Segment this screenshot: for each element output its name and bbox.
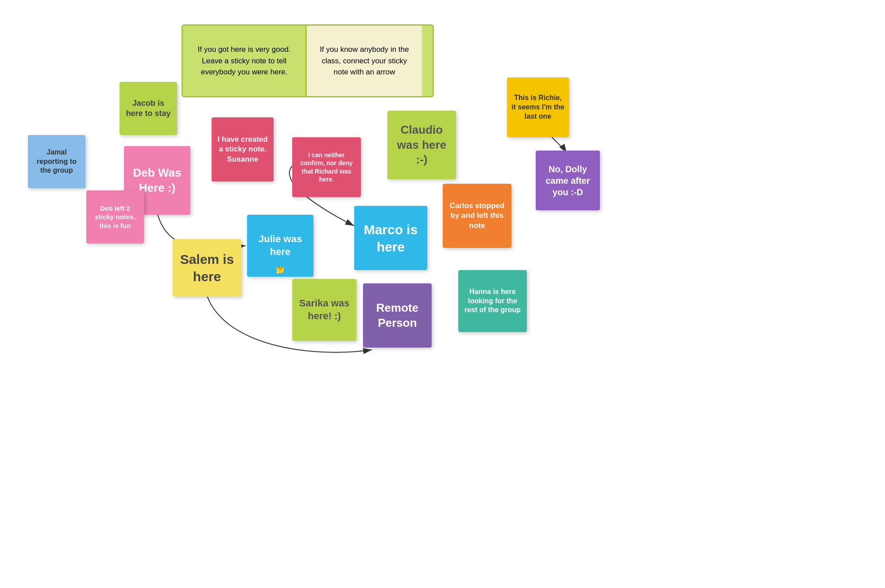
sticky-text-sarika: Sarika was here! :) bbox=[297, 297, 352, 322]
instruction-right-text: If you know anybody in the class, connec… bbox=[318, 44, 411, 78]
sticky-text-dolly: No, Dolly came after you :-D bbox=[540, 163, 595, 198]
sticky-carlos[interactable]: Carlos stopped by and left this note bbox=[443, 184, 511, 248]
sticky-text-richard: I can neither confirm, nor deny that Ric… bbox=[297, 151, 356, 183]
sticky-text-carlos: Carlos stopped by and left this note bbox=[447, 201, 507, 230]
sticky-text-claudio: Claudio was here :-) bbox=[392, 123, 452, 167]
sticky-jamal[interactable]: Jamal reporting to the group bbox=[28, 135, 85, 188]
sticky-text-remote-person: Remote Person bbox=[367, 301, 427, 331]
sticky-text-salem: Salem is here bbox=[177, 251, 237, 285]
sticky-text-richie: This is Richie, it seems I'm the last on… bbox=[511, 93, 564, 121]
sticky-salem[interactable]: Salem is here bbox=[173, 239, 241, 297]
sticky-claudio[interactable]: Claudio was here :-) bbox=[387, 111, 456, 179]
sticky-richard[interactable]: I can neither confirm, nor deny that Ric… bbox=[292, 137, 361, 197]
sticky-text-jamal: Jamal reporting to the group bbox=[32, 148, 81, 175]
sticky-sarika[interactable]: Sarika was here! :) bbox=[292, 279, 356, 341]
instruction-box: If you got here is very good. Leave a st… bbox=[182, 24, 434, 97]
sticky-text-jacob: Jacob is here to stay bbox=[124, 98, 173, 119]
sticky-text-julie: Julie was here bbox=[251, 233, 309, 258]
sticky-dolly[interactable]: No, Dolly came after you :-D bbox=[536, 151, 600, 210]
sticky-julie[interactable]: Julie was here🤔 bbox=[247, 215, 313, 277]
sticky-susanne[interactable]: I have created a sticky note. Susanne bbox=[212, 117, 274, 182]
sticky-richie[interactable]: This is Richie, it seems I'm the last on… bbox=[507, 77, 569, 137]
sticky-jacob[interactable]: Jacob is here to stay bbox=[120, 82, 177, 135]
instruction-left-text: If you got here is very good. Leave a st… bbox=[194, 44, 294, 78]
instruction-right: If you know anybody in the class, connec… bbox=[307, 26, 422, 96]
sticky-marco[interactable]: Marco is here bbox=[354, 206, 427, 270]
sticky-deb-left[interactable]: Deb left 2 sticky notes, this is fun bbox=[86, 190, 144, 244]
sticky-text-deb-left: Deb left 2 sticky notes, this is fun bbox=[91, 204, 139, 230]
sticky-text-susanne: I have created a sticky note. Susanne bbox=[216, 135, 269, 164]
sticky-hanna[interactable]: Hanna is here looking for the rest of th… bbox=[458, 270, 527, 332]
instruction-left: If you got here is very good. Leave a st… bbox=[183, 26, 307, 96]
sticky-remote-person[interactable]: Remote Person bbox=[363, 283, 432, 348]
sticky-text-marco: Marco is here bbox=[359, 221, 423, 255]
sticky-text-hanna: Hanna is here looking for the rest of th… bbox=[463, 287, 522, 315]
